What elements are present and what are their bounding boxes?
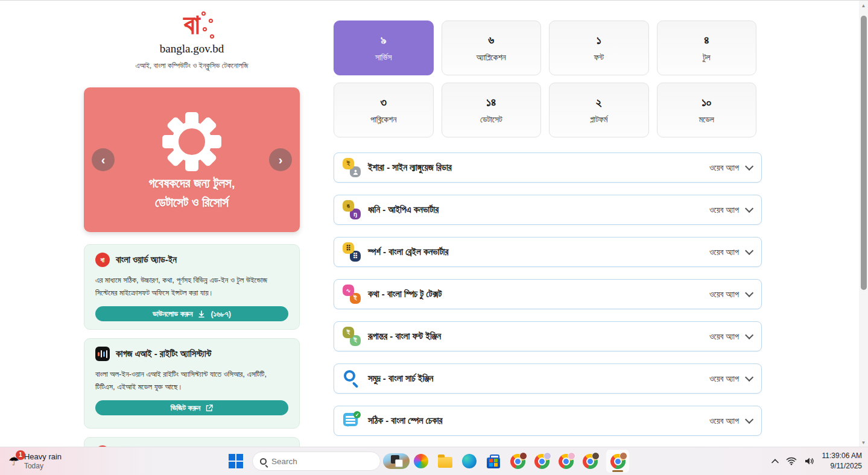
- carousel-prev-button[interactable]: ‹: [92, 148, 115, 171]
- promo-title: বাংলা ওয়ার্ড অ্যাড-ইন: [116, 254, 177, 265]
- stat-card-0[interactable]: ৯সার্ভিস: [334, 20, 434, 75]
- stat-card-3[interactable]: ৪টুল: [657, 20, 757, 75]
- copilot-icon: [414, 454, 428, 468]
- profile-badge: [619, 452, 627, 460]
- service-type-label: ওয়েব অ্যাপ: [709, 289, 739, 300]
- chrome-icon: [559, 454, 574, 469]
- stat-card-2[interactable]: ১ফন্ট: [549, 20, 649, 75]
- chevron-down-icon[interactable]: [745, 162, 753, 171]
- task-view-button[interactable]: [389, 453, 405, 469]
- service-type-label: ওয়েব অ্যাপ: [709, 205, 739, 215]
- promo-card-kagoj-ai: কাগজ এআই - রাইটিং অ্যাসিস্ট্যান্ট বাংলা …: [84, 338, 300, 429]
- browser-page: বা bangla.gov.bd এআই, বাংলা কম্পিউটিং ও …: [0, 1, 868, 447]
- ipa-converter-icon: ঙŋ: [343, 200, 361, 219]
- scrollbar-thumb[interactable]: [861, 16, 867, 290]
- service-type-label: ওয়েব অ্যাপ: [709, 374, 739, 384]
- service-row-4[interactable]: ইইরূপান্তর - বাংলা ফন্ট ইঞ্জিনওয়েব অ্যা…: [334, 321, 762, 351]
- stat-card-4[interactable]: ৩পাব্লিকেশন: [334, 83, 434, 137]
- download-button[interactable]: ডাউনলোড করুন (১৬৮৭): [95, 306, 288, 321]
- stat-label: অ্যাপ্লিকেশন: [477, 52, 506, 63]
- service-list: ইইশারা - সাইন ল্যাঙ্গুয়েজ রিডারওয়েব অ্…: [334, 153, 762, 447]
- bangla-logo-icon: বা: [183, 9, 200, 40]
- chevron-down-icon[interactable]: [745, 289, 753, 297]
- volume-icon[interactable]: [804, 457, 815, 465]
- chevron-down-icon[interactable]: [745, 373, 753, 382]
- taskbar-clock[interactable]: 11:39:06 AM 9/11/2025: [822, 451, 863, 472]
- notification-badge: 1: [16, 450, 25, 460]
- stat-count: ৯: [381, 34, 387, 47]
- logo-glyph: বা: [183, 8, 200, 40]
- start-button[interactable]: [228, 453, 244, 469]
- profile-badge: [568, 452, 575, 460]
- edge-button[interactable]: [461, 453, 477, 469]
- stat-label: প্লাটফর্ম: [590, 115, 607, 125]
- service-title: রূপান্তর - বাংলা ফন্ট ইঞ্জিন: [368, 331, 441, 342]
- carousel-caption: গবেষকদের জন্য টুলস, ডেটাসেট ও রিসোর্স: [84, 174, 300, 212]
- edge-icon: [462, 454, 477, 468]
- weather-title: Heavy rain: [24, 452, 62, 461]
- stat-label: সার্ভিস: [375, 52, 391, 63]
- chrome-profile-4-button[interactable]: [582, 453, 598, 469]
- microsoft-store-icon: [487, 458, 500, 468]
- tray-chevron-up-icon[interactable]: [771, 459, 779, 464]
- file-explorer-button[interactable]: [437, 453, 453, 469]
- chrome-profile-2-button[interactable]: [534, 453, 550, 469]
- windows-logo-icon: [229, 454, 243, 468]
- chrome-profile-5-button-active[interactable]: [606, 450, 629, 473]
- word-addin-logo-icon: বা: [95, 253, 110, 267]
- copilot-button[interactable]: [413, 453, 429, 469]
- font-engine-icon: ইই: [343, 327, 361, 346]
- chrome-profile-1-button[interactable]: [510, 453, 525, 469]
- promo-body: বাংলা অল-ইন-ওয়ান এআই রাইটিং অ্যাসিস্ট্য…: [95, 368, 288, 393]
- stat-count: ৬: [488, 34, 494, 47]
- stat-card-1[interactable]: ৬অ্যাপ্লিকেশন: [442, 20, 542, 75]
- service-row-1[interactable]: ঙŋধ্বনি - আইপিএ কনভার্টারওয়েব অ্যাপ: [334, 195, 762, 225]
- chrome-icon: [610, 454, 626, 469]
- service-row-6[interactable]: ✓সঠিক - বাংলা স্পেল চেকারওয়েব অ্যাপ: [334, 406, 762, 436]
- stat-card-6[interactable]: ২প্লাটফর্ম: [549, 83, 649, 137]
- service-title: সমুদ্র - বাংলা সার্চ ইঞ্জিন: [368, 373, 433, 384]
- hero-carousel[interactable]: গবেষকদের জন্য টুলস, ডেটাসেট ও রিসোর্স ‹ …: [84, 87, 300, 232]
- microsoft-store-button[interactable]: [486, 453, 501, 469]
- chevron-down-icon[interactable]: [745, 247, 753, 255]
- site-brand: বা bangla.gov.bd এআই, বাংলা কম্পিউটিং ও …: [84, 9, 300, 71]
- promo-card-word-addin: বা বাংলা ওয়ার্ড অ্যাড-ইন এর মাধ্যমে সঠি…: [84, 244, 300, 330]
- clock-time: 11:39:06 AM: [822, 451, 863, 461]
- service-row-3[interactable]: ∿ইকথা - বাংলা স্পিচ টু টেক্সটওয়েব অ্যাপ: [334, 279, 762, 309]
- service-row-0[interactable]: ইইশারা - সাইন ল্যাঙ্গুয়েজ রিডারওয়েব অ্…: [334, 153, 762, 183]
- sign-language-icon: ই: [343, 158, 361, 177]
- stat-label: মডেল: [699, 115, 714, 125]
- chrome-icon: [583, 454, 598, 469]
- stat-label: টুল: [703, 52, 711, 63]
- chevron-down-icon[interactable]: [745, 204, 753, 213]
- search-icon: [260, 458, 267, 465]
- caption-line-1: গবেষকদের জন্য টুলস,: [84, 174, 300, 193]
- scroll-down-arrow-icon[interactable]: ▼: [859, 438, 868, 447]
- service-title: ইশারা - সাইন ল্যাঙ্গুয়েজ রিডার: [368, 162, 452, 173]
- stat-card-7[interactable]: ১০মডেল: [657, 83, 757, 137]
- speech-to-text-icon: ∿ই: [343, 285, 361, 304]
- service-row-2[interactable]: ⠿⠿স্পর্শ - বাংলা ব্রেইল কনভার্টারওয়েব অ…: [334, 237, 762, 267]
- taskbar-search[interactable]: [252, 451, 381, 471]
- search-input[interactable]: [271, 457, 378, 466]
- scroll-up-arrow-icon[interactable]: ▲: [859, 1, 868, 10]
- weather-widget[interactable]: ☂1 Heavy rain Today: [0, 452, 109, 470]
- chevron-down-icon[interactable]: [745, 331, 753, 339]
- page-scrollbar[interactable]: ▲ ▼: [859, 1, 868, 447]
- clock-date: 9/11/2025: [822, 461, 863, 471]
- stat-card-5[interactable]: ১৪ডেটাসেট: [442, 83, 542, 137]
- service-type-label: ওয়েব অ্যাপ: [709, 332, 739, 342]
- stat-count: ৩: [381, 96, 387, 109]
- wifi-icon[interactable]: [786, 457, 797, 465]
- service-title: ধ্বনি - আইপিএ কনভার্টার: [368, 204, 439, 215]
- carousel-next-button[interactable]: ›: [269, 148, 292, 171]
- visit-button[interactable]: ভিজিট করুন: [95, 400, 288, 415]
- promo-card-purno-typeface: প পূর্ণ - বাংলা টাইপফেস: [84, 437, 300, 447]
- circuit-dots-icon: [200, 10, 216, 38]
- chevron-down-icon[interactable]: [745, 415, 753, 424]
- service-row-5[interactable]: সমুদ্র - বাংলা সার্চ ইঞ্জিনওয়েব অ্যাপ: [334, 363, 762, 394]
- service-title: স্পর্শ - বাংলা ব্রেইল কনভার্টার: [368, 247, 448, 257]
- chrome-profile-3-button[interactable]: [558, 453, 574, 469]
- external-link-icon: [206, 404, 213, 412]
- promo-title: কাগজ এআই - রাইটিং অ্যাসিস্ট্যান্ট: [116, 348, 211, 359]
